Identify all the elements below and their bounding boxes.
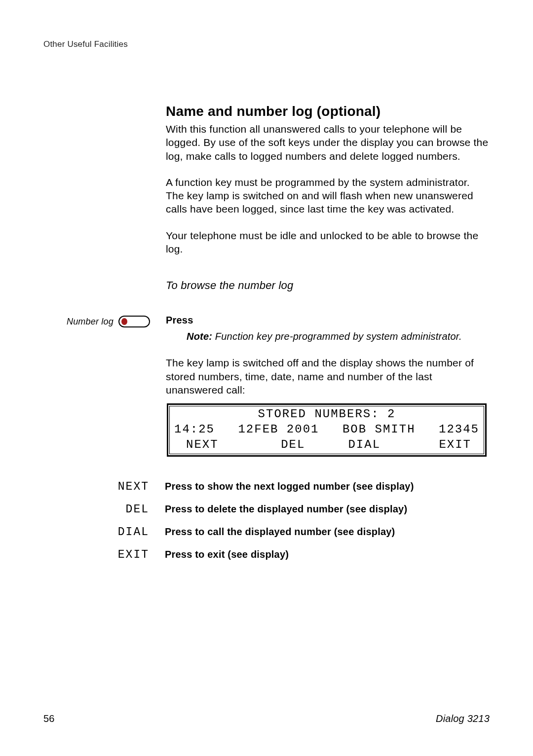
section-header: Other Useful Facilities xyxy=(43,39,490,49)
display-line2: 14:25 12FEB 2001 BOB SMITH 12345 xyxy=(174,422,479,437)
display-name: BOB SMITH xyxy=(343,422,416,437)
key-instruction-row: Number log Press Note: Function key pre-… xyxy=(43,315,489,571)
display-line1: STORED NUMBERS: 2 xyxy=(174,407,479,422)
softkey-row-del: DEL Press to delete the displayed number… xyxy=(117,503,489,516)
footer: 56 Dialog 3213 xyxy=(43,713,490,724)
softkey-row-next: NEXT Press to show the next logged numbe… xyxy=(117,480,489,493)
content-area: Name and number log (optional) With this… xyxy=(166,104,489,571)
softkey-label-dial: DIAL xyxy=(117,526,165,539)
model-name: Dialog 3213 xyxy=(436,713,490,724)
subheading-browse: To browse the number log xyxy=(166,279,489,292)
key-right-col: Press Note: Function key pre-programmed … xyxy=(166,315,489,571)
page-number: 56 xyxy=(43,713,55,724)
paragraph-2: A function key must be programmed by the… xyxy=(166,176,489,216)
softkey-row-exit: EXIT Press to exit (see display) xyxy=(117,548,489,561)
softkey-text-del: Press to delete the displayed number (se… xyxy=(165,504,407,515)
display-time: 14:25 xyxy=(174,422,215,437)
page: Other Useful Facilities Name and number … xyxy=(0,0,533,756)
note-block: Note: Function key pre-programmed by sys… xyxy=(187,330,489,343)
paragraph-3: Your telephone must be idle and unlocked… xyxy=(166,229,489,256)
softkey-text-next: Press to show the next logged number (se… xyxy=(165,481,414,492)
key-left-col: Number log xyxy=(43,315,166,328)
function-key-icon xyxy=(118,316,150,327)
phone-display: STORED NUMBERS: 2 14:25 12FEB 2001 BOB S… xyxy=(167,403,487,457)
display-sk1: NEXT xyxy=(174,437,258,453)
press-label: Press xyxy=(166,315,489,326)
display-softkeys: NEXT DEL DIAL EXIT xyxy=(174,437,479,453)
note-text: Function key pre-programmed by system ad… xyxy=(212,331,462,342)
key-label-number-log: Number log xyxy=(67,317,114,327)
softkey-text-dial: Press to call the displayed number (see … xyxy=(165,526,395,538)
paragraph-1: With this function all unanswered calls … xyxy=(166,122,489,163)
softkey-row-dial: DIAL Press to call the displayed number … xyxy=(117,526,489,539)
softkey-label-next: NEXT xyxy=(117,480,165,493)
after-note-paragraph: The key lamp is switched off and the dis… xyxy=(166,356,489,396)
display-sk2: DEL xyxy=(258,437,329,453)
section-title: Name and number log (optional) xyxy=(166,104,489,119)
display-sk4: EXIT xyxy=(400,437,480,453)
svg-point-1 xyxy=(121,318,127,325)
note-label: Note: xyxy=(187,331,212,342)
display-sk3: DIAL xyxy=(329,437,400,453)
softkey-text-exit: Press to exit (see display) xyxy=(165,549,289,560)
softkey-label-del: DEL xyxy=(117,503,165,516)
softkey-label-exit: EXIT xyxy=(117,548,165,561)
display-date: 12FEB 2001 xyxy=(238,422,319,437)
display-number: 12345 xyxy=(439,422,479,437)
